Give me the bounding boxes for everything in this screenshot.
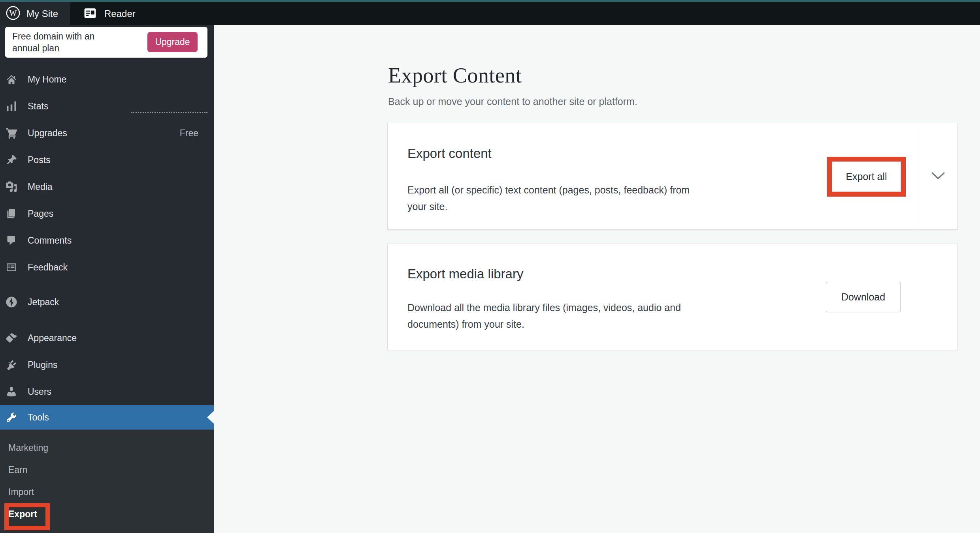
sidebar-item-stats[interactable]: Stats [0,93,214,120]
export-media-card: Export media library Download all the me… [387,244,957,350]
reader-label: Reader [104,8,136,19]
sidebar-item-tools[interactable]: Tools [0,405,214,430]
sidebar-item-feedback[interactable]: Feedback [0,254,214,281]
tab-my-site[interactable]: W My Site [0,2,70,25]
submenu-item-label: Earn [8,465,28,475]
sidebar-item-label: Upgrades [28,128,67,139]
sidebar-item-label: Posts [28,155,51,165]
export-all-button[interactable]: Export all [832,161,901,192]
reader-icon [83,6,97,22]
sidebar-item-pages[interactable]: Pages [0,200,214,227]
sidebar-item-label: Jetpack [28,297,59,308]
cart-icon [6,127,17,139]
main-content: Export Content Back up or move your cont… [214,25,980,533]
comments-icon [6,235,17,246]
submenu-item-earn[interactable]: Earn [0,459,214,481]
pages-icon [6,208,17,220]
sidebar-item-jetpack[interactable]: Jetpack [0,289,214,315]
sidebar-item-label: Comments [28,235,72,246]
sidebar-item-label: Pages [28,208,53,219]
export-content-card: Export content Export all (or specific) … [387,123,957,230]
home-icon [6,73,17,85]
sidebar-item-label: Tools [28,412,49,423]
submenu-item-label: Export [8,509,37,520]
download-button[interactable]: Download [826,282,901,312]
page-title: Export Content [388,63,522,88]
upgrades-free-badge: Free [180,128,198,139]
sidebar-item-label: Feedback [28,262,68,273]
card-description: Export all (or specific) text content (p… [407,182,690,215]
sidebar-item-comments[interactable]: Comments [0,227,214,254]
sidebar-item-users[interactable]: Users [0,378,214,405]
card-description: Download all the media library files (im… [407,299,681,332]
sidebar-item-my-home[interactable]: My Home [0,66,214,93]
tools-icon [6,411,17,423]
card-title: Export content [407,146,492,161]
chevron-down-icon [930,171,946,182]
submenu-item-export[interactable]: Export [0,503,214,525]
sidebar-item-label: My Home [28,74,66,85]
submenu-item-marketing[interactable]: Marketing [0,437,214,459]
svg-text:W: W [9,8,17,17]
appearance-icon [6,332,17,344]
sidebar-item-media[interactable]: Media [0,173,214,200]
stats-icon [6,100,17,112]
admin-sidebar: Free domain with an annual plan Upgrade … [0,25,214,533]
upsell-banner: Free domain with an annual plan Upgrade [5,27,207,58]
submenu-item-label: Import [8,487,34,497]
sidebar-item-label: Users [28,387,51,397]
sidebar-item-label: Stats [28,101,48,112]
upsell-banner-text: Free domain with an annual plan [12,30,114,54]
export-all-annotation-box: Export all [827,157,906,197]
masthead: W My Site Reader [0,2,980,25]
upgrade-button[interactable]: Upgrade [147,32,198,52]
submenu-item-import[interactable]: Import [0,481,214,503]
sidebar-item-upgrades[interactable]: Upgrades Free [0,120,214,146]
media-icon [6,181,17,193]
pushpin-icon [6,154,17,166]
my-site-label: My Site [26,8,58,19]
submenu-item-label: Marketing [8,443,48,453]
sidebar-item-plugins[interactable]: Plugins [0,351,214,378]
plugins-icon [6,359,17,371]
sidebar-item-appearance[interactable]: Appearance [0,325,214,351]
sidebar-item-label: Media [28,182,53,192]
feedback-icon [6,261,17,273]
tab-reader[interactable]: Reader [77,2,141,25]
card-title: Export media library [407,266,523,282]
sidebar-item-label: Plugins [28,360,57,370]
wordpress-logo-icon: W [6,6,21,22]
current-menu-arrow [207,411,214,424]
users-icon [6,386,17,398]
sidebar-item-posts[interactable]: Posts [0,146,214,173]
sidebar-item-label: Appearance [28,333,77,343]
expand-toggle[interactable] [919,123,957,229]
jetpack-icon [6,296,17,308]
sidebar-nav: My Home Stats Upgrades Free Posts [0,66,214,533]
page-subtitle: Back up or move your content to another … [388,96,637,107]
tools-submenu: Marketing Earn Import Export [0,430,214,533]
